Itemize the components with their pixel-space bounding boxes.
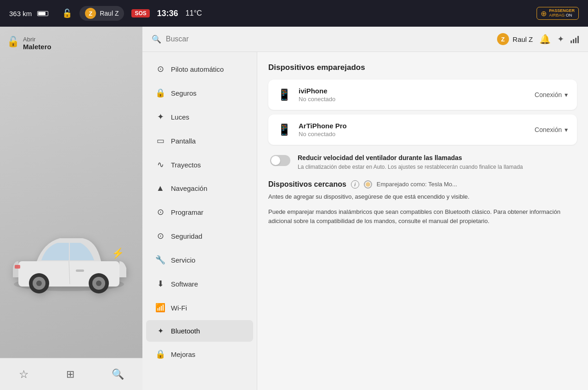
open-label: Abrir: [23, 36, 51, 43]
status-center: 🔓 Z Raul Z SOS 13:36 11°C: [62, 6, 202, 21]
programar-label: Programar: [171, 208, 204, 216]
svg-point-7: [96, 281, 102, 286]
scanning-ring: [364, 180, 372, 189]
sidebar-item-servicio[interactable]: 🔧 Servicio: [146, 248, 253, 271]
open-trunk-section: 🔓: [7, 36, 19, 48]
favorites-icon[interactable]: ☆: [19, 368, 29, 381]
bluetooth-menu-icon: ✦: [155, 327, 165, 335]
device-status-1: No conectado: [299, 96, 527, 103]
pantalla-icon: ▭: [155, 136, 165, 146]
seguridad-label: Seguridad: [171, 232, 202, 240]
sidebar-item-luces[interactable]: ✦ Luces: [146, 105, 253, 128]
programar-icon: ⊙: [155, 207, 165, 217]
sidebar-item-wifi[interactable]: 📶 Wi-Fi: [146, 296, 253, 319]
range-section: 363 km: [9, 10, 48, 17]
sidebar-item-navegacion[interactable]: ▲ Navegación: [146, 177, 253, 200]
unlock-icon: 🔓: [7, 36, 19, 47]
seguridad-icon: ⊙: [155, 231, 165, 241]
phone-icon-2: 📱: [277, 123, 291, 136]
mejoras-icon: 🔒: [155, 349, 165, 359]
device-status-2: No conectado: [299, 131, 527, 138]
time-display: 13:36: [157, 9, 178, 18]
servicio-label: Servicio: [171, 256, 195, 264]
bottom-navigation: ☆ ⊞ 🔍: [0, 358, 142, 390]
signal-icon: [571, 35, 579, 43]
search-nav-icon[interactable]: 🔍: [112, 368, 124, 380]
range-value: 363 km: [9, 10, 32, 17]
luces-icon: ✦: [155, 112, 165, 122]
sidebar-item-seguros[interactable]: 🔒 Seguros: [146, 81, 253, 104]
connect-button-2[interactable]: Conexión ▾: [535, 126, 568, 133]
car-panel: 🔓 Abrir Maletero: [0, 27, 142, 390]
navegacion-label: Navegación: [171, 184, 207, 192]
info-icon[interactable]: i: [351, 180, 359, 189]
trunk-button[interactable]: Abrir Maletero: [23, 36, 51, 51]
fan-speed-toggle[interactable]: [270, 155, 290, 166]
sidebar-item-programar[interactable]: ⊙ Programar: [146, 201, 253, 224]
wifi-icon: 📶: [155, 303, 165, 313]
settings-body: ⊙ Piloto automático 🔒 Seguros ✦ Luces ▭ …: [142, 52, 588, 390]
wifi-label: Wi-Fi: [171, 304, 187, 312]
conexion-label-2: Conexión: [535, 126, 562, 133]
search-input[interactable]: [166, 35, 492, 43]
conexion-label-1: Conexión: [535, 91, 562, 98]
chevron-down-icon-1: ▾: [565, 91, 568, 98]
lightning-icon: ⚡: [112, 247, 124, 259]
bluetooth-label: Bluetooth: [171, 327, 200, 335]
top-status-bar: 363 km 🔓 Z Raul Z SOS 13:36 11°C ⊕ PASSE…: [0, 0, 588, 27]
z-logo-header: Z: [497, 33, 509, 45]
toggle-title: Reducir velocidad del ventilador durante…: [298, 154, 575, 161]
piloto-icon: ⊙: [155, 64, 165, 74]
sidebar-item-seguridad[interactable]: ⊙ Seguridad: [146, 224, 253, 247]
device-name-2: ArTiPhone Pro: [299, 122, 527, 130]
trunk-label: Maletero: [23, 43, 51, 51]
sidebar-item-software[interactable]: ⬇ Software: [146, 272, 253, 295]
svg-point-4: [36, 281, 42, 286]
controls-icon[interactable]: ⊞: [66, 368, 74, 380]
trayectos-label: Trayectos: [171, 161, 201, 169]
mejoras-label: Mejoras: [171, 350, 195, 358]
sidebar-item-trayectos[interactable]: ∿ Trayectos: [146, 153, 253, 176]
notifications-icon[interactable]: 🔔: [539, 34, 551, 45]
temperature-display: 11°C: [186, 9, 202, 17]
paired-devices-title: Dispositivos emparejados: [268, 63, 577, 72]
device-name-1: iviPhone: [299, 87, 527, 95]
main-content: 🔓 Abrir Maletero: [0, 27, 588, 390]
sidebar-menu: ⊙ Piloto automático 🔒 Seguros ✦ Luces ▭ …: [142, 52, 257, 390]
device-card-artiphone: 📱 ArTiPhone Pro No conectado Conexión ▾: [268, 115, 577, 145]
device-info-1: iviPhone No conectado: [299, 87, 527, 103]
z-logo: Z: [85, 8, 96, 19]
sidebar-item-pantalla[interactable]: ▭ Pantalla: [146, 129, 253, 152]
car-image: ⚡: [5, 211, 138, 349]
paired-as-text: Emparejado como: Tesla Mo...: [377, 181, 457, 188]
bluetooth-content: Dispositivos emparejados 📱 iviPhone No c…: [257, 52, 588, 390]
battery-indicator: [37, 11, 48, 16]
user-info-header: Z Raul Z: [497, 33, 533, 45]
nearby-title: Dispositivos cercanos: [268, 180, 346, 189]
settings-panel: 🔍 Z Raul Z 🔔 ✦: [142, 27, 588, 390]
chevron-down-icon-2: ▾: [565, 126, 568, 133]
software-icon: ⬇: [155, 279, 165, 289]
toggle-text: Reducir velocidad del ventilador durante…: [298, 154, 575, 171]
connect-button-1[interactable]: Conexión ▾: [535, 91, 568, 98]
passenger-airbag-badge: ⊕ PASSENGER AIRBAG ON: [537, 7, 579, 20]
passenger-icon: ⊕: [541, 9, 547, 18]
toggle-knob: [271, 156, 280, 165]
nearby-info-text-2: Puede emparejar mandos inalámbricos que …: [268, 207, 577, 227]
sidebar-item-piloto[interactable]: ⊙ Piloto automático: [146, 57, 253, 80]
fan-speed-toggle-section: Reducir velocidad del ventilador durante…: [268, 154, 577, 171]
sidebar-item-mejoras[interactable]: 🔒 Mejoras: [146, 343, 253, 366]
software-label: Software: [171, 280, 198, 288]
user-badge[interactable]: Z Raul Z: [79, 6, 124, 21]
pantalla-label: Pantalla: [171, 137, 196, 145]
trayectos-icon: ∿: [155, 160, 165, 170]
svg-rect-8: [15, 265, 20, 269]
svg-rect-10: [76, 270, 84, 272]
sos-badge[interactable]: SOS: [131, 9, 149, 17]
bluetooth-header-icon[interactable]: ✦: [557, 34, 564, 44]
toggle-subtitle: La climatización debe estar en Auto. Los…: [298, 163, 575, 171]
seguros-icon: 🔒: [155, 88, 165, 98]
luces-label: Luces: [171, 113, 189, 121]
sidebar-item-bluetooth[interactable]: ✦ Bluetooth: [146, 320, 253, 342]
device-card-iviphone: 📱 iviPhone No conectado Conexión ▾: [268, 80, 577, 110]
